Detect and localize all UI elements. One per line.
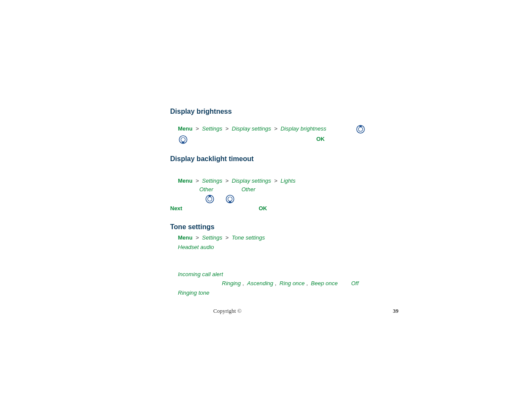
svg-point-7 — [208, 197, 212, 201]
path-display-brightness: Display brightness — [280, 125, 326, 132]
path-display-settings-2: Display settings — [232, 177, 271, 184]
nav-up-icon — [355, 124, 366, 134]
opt-beep-once: Beep once — [311, 280, 338, 286]
opt-ring-once: Ring once — [280, 280, 305, 286]
opt-ringing: Ringing — [222, 280, 241, 286]
svg-point-8 — [208, 195, 211, 197]
path-lights: Lights — [280, 177, 296, 184]
svg-point-11 — [229, 201, 231, 203]
brightness-instruction-line2: OK — [170, 134, 398, 145]
path-other-2: Other — [241, 186, 255, 193]
option-headset-audio: Headset audio — [178, 244, 398, 250]
ok-label-2: OK — [258, 205, 267, 212]
page-footer: Copyright © 39 — [170, 308, 398, 314]
tone-instruction-line1: Menu > Settings > Tone settings — [170, 234, 398, 242]
svg-point-10 — [228, 197, 232, 201]
ok-label: OK — [316, 136, 325, 142]
path-settings-3: Settings — [202, 234, 222, 241]
nav-down-icon — [178, 134, 188, 145]
path-tone-settings: Tone settings — [232, 234, 265, 241]
menu-label: Menu — [178, 125, 193, 132]
svg-point-1 — [358, 127, 363, 131]
next-label: Next — [170, 205, 182, 212]
document-page: Display brightness Menu > Settings > Dis… — [0, 0, 532, 411]
path-display-settings: Display settings — [232, 125, 271, 132]
menu-label-2: Menu — [178, 177, 193, 184]
brightness-instruction-line1: Menu > Settings > Display settings > Dis… — [170, 124, 398, 134]
path-settings: Settings — [202, 125, 222, 132]
backlight-instruction-line3 — [170, 194, 398, 204]
incoming-call-options: Ringing , Ascending , Ring once , Beep o… — [170, 279, 398, 288]
opt-off: Off — [351, 280, 358, 286]
nav-down-icon-2 — [225, 194, 235, 204]
svg-point-5 — [182, 142, 184, 143]
opt-ascending: Ascending — [247, 280, 274, 286]
backlight-instruction-line2: Other Other — [170, 185, 398, 194]
heading-display-brightness: Display brightness — [170, 108, 398, 115]
heading-backlight-timeout: Display backlight timeout — [170, 155, 398, 163]
menu-label-3: Menu — [178, 234, 193, 241]
heading-tone-settings: Tone settings — [170, 223, 398, 231]
path-settings-2: Settings — [202, 177, 222, 184]
page-content: Display brightness Menu > Settings > Dis… — [170, 103, 398, 298]
svg-point-2 — [359, 125, 362, 127]
backlight-instruction-line1: Menu > Settings > Display settings > Lig… — [170, 177, 398, 185]
option-incoming-call-alert: Incoming call alert — [178, 271, 398, 277]
nav-up-icon-2 — [205, 194, 215, 204]
option-ringing-tone: Ringing tone — [178, 290, 398, 296]
backlight-instruction-line4: Next OK — [170, 204, 398, 213]
path-other-1: Other — [199, 186, 214, 193]
footer-page-number: 39 — [393, 308, 398, 314]
svg-point-4 — [181, 137, 185, 142]
footer-copyright: Copyright © — [170, 308, 242, 314]
